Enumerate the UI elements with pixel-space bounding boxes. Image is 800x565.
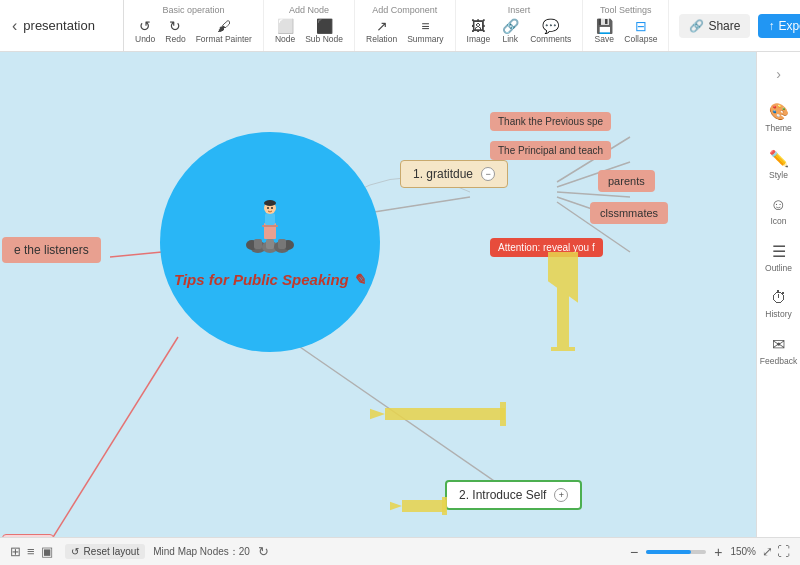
relation-button[interactable]: ↗ Relation	[363, 17, 400, 46]
undo-button[interactable]: ↺ Undo	[132, 17, 158, 46]
node-gratitude[interactable]: 1. gratitdue −	[400, 160, 508, 188]
sidebar-item-style[interactable]: ✏️ Style	[759, 143, 799, 186]
sidebar-item-outline[interactable]: ☰ Outline	[759, 236, 799, 279]
collapse-button[interactable]: ⊟ Collapse	[621, 17, 660, 46]
reset-label: Reset layout	[84, 546, 140, 557]
zoom-slider[interactable]	[646, 550, 706, 554]
sidebar-item-icon[interactable]: ☺ Icon	[759, 190, 799, 232]
redo-button[interactable]: ↻ Redo	[162, 17, 188, 46]
toolbar-left: ‹ presentation	[4, 0, 124, 51]
node-icon: ⬜	[277, 19, 294, 33]
node-parents[interactable]: parents	[598, 170, 655, 192]
svg-line-2	[50, 337, 178, 537]
panel-icon[interactable]: ▣	[41, 544, 53, 559]
format-painter-button[interactable]: 🖌 Format Painter	[193, 17, 255, 46]
node-listeners[interactable]: e the listeners	[2, 237, 101, 263]
link-button[interactable]: 🔗 Link	[497, 17, 523, 46]
node-introduce[interactable]: 2. Introduce Self +	[445, 480, 582, 510]
svg-point-21	[264, 200, 276, 206]
node-classmates[interactable]: clssmmates	[590, 202, 668, 224]
share-label: Share	[708, 19, 740, 33]
style-icon: ✏️	[769, 149, 789, 168]
reset-icon: ↺	[71, 546, 79, 557]
status-mid: ↺ Reset layout Mind Map Nodes：20 ↻	[65, 544, 616, 559]
introduce-collapse-button[interactable]: +	[554, 488, 568, 502]
fullscreen-icons: ⤢ ⛶	[762, 544, 790, 559]
feedback-icon: ✉	[772, 335, 785, 354]
image-icon: 🖼	[471, 19, 485, 33]
svg-rect-14	[254, 239, 262, 249]
sub-node-button[interactable]: ⬛ Sub Node	[302, 17, 346, 46]
status-icons: ⊞ ≡ ▣	[10, 544, 53, 559]
central-node[interactable]: Tips for Public Speaking ✎	[160, 132, 380, 352]
toolbar: ‹ presentation Basic operation ↺ Undo ↻ …	[0, 0, 800, 52]
group-add-component-label: Add Component	[372, 5, 437, 15]
node-classmates-label: clssmmates	[600, 207, 658, 219]
grid-icon[interactable]: ⊞	[10, 544, 21, 559]
svg-point-22	[267, 207, 269, 209]
comments-button[interactable]: 💬 Comments	[527, 17, 574, 46]
svg-rect-32	[442, 497, 447, 515]
list-icon[interactable]: ≡	[27, 544, 35, 559]
node-introduce-label: 2. Introduce Self	[459, 488, 546, 502]
icon-icon: ☺	[770, 196, 786, 214]
arrow-up-yellow	[548, 252, 578, 352]
node-button[interactable]: ⬜ Node	[272, 17, 298, 46]
arrow-introduce-left	[390, 492, 450, 520]
sidebar-item-feedback[interactable]: ✉ Feedback	[759, 329, 799, 372]
gratitude-collapse-button[interactable]: −	[481, 167, 495, 181]
toolbar-groups: Basic operation ↺ Undo ↻ Redo 🖌 Format P…	[124, 0, 669, 51]
svg-rect-29	[500, 402, 506, 426]
summary-label: Summary	[407, 34, 443, 44]
sidebar-item-history[interactable]: ⏱ History	[759, 283, 799, 325]
undo-icon: ↺	[139, 19, 151, 33]
summary-button[interactable]: ≡ Summary	[404, 17, 446, 46]
image-button[interactable]: 🖼 Image	[464, 17, 494, 46]
toolbar-right: 🔗 Share ↑ Export	[669, 0, 800, 51]
nodes-info: Mind Map Nodes：20	[153, 545, 250, 559]
svg-rect-26	[551, 347, 575, 351]
redo-label: Redo	[165, 34, 185, 44]
central-icon	[238, 195, 302, 267]
link-icon: 🔗	[502, 19, 519, 33]
save-button[interactable]: 💾 Save	[591, 17, 617, 46]
node-ation[interactable]: ation	[2, 534, 54, 537]
statusbar: ⊞ ≡ ▣ ↺ Reset layout Mind Map Nodes：20 ↻…	[0, 537, 800, 565]
zoom-minus-button[interactable]: −	[628, 544, 640, 560]
svg-rect-18	[262, 225, 278, 227]
zoom-slider-fill	[646, 550, 691, 554]
sub-node-icon: ⬛	[316, 19, 333, 33]
sidebar-collapse-handle[interactable]: ›	[759, 60, 799, 88]
fullscreen-icon[interactable]: ⤢	[762, 544, 773, 559]
svg-line-6	[557, 192, 630, 197]
back-button[interactable]: ‹	[12, 17, 17, 35]
outline-icon: ☰	[772, 242, 786, 261]
zoom-plus-button[interactable]: +	[712, 544, 724, 560]
node-principal[interactable]: The Principal and teach	[490, 141, 611, 160]
group-insert: Insert 🖼 Image 🔗 Link 💬 Comments	[456, 0, 584, 51]
reset-layout-button[interactable]: ↺ Reset layout	[65, 544, 146, 559]
share-button[interactable]: 🔗 Share	[679, 14, 750, 38]
theme-label: Theme	[765, 123, 791, 133]
relation-icon: ↗	[376, 19, 388, 33]
right-sidebar: › 🎨 Theme ✏️ Style ☺ Icon ☰ Outline ⏱ Hi…	[756, 52, 800, 537]
outline-label: Outline	[765, 263, 792, 273]
group-tool-label: Tool Settings	[600, 5, 652, 15]
format-painter-icon: 🖌	[217, 19, 231, 33]
mind-map-canvas[interactable]: Tips for Public Speaking ✎ e the listene…	[0, 52, 756, 537]
node-attention[interactable]: Attention: reveal you f	[490, 238, 603, 257]
node-parents-label: parents	[608, 175, 645, 187]
node-thank-prev[interactable]: Thank the Previous spe	[490, 112, 611, 131]
node-listeners-label: e the listeners	[14, 243, 89, 257]
summary-icon: ≡	[421, 19, 429, 33]
screen2-icon[interactable]: ⛶	[777, 544, 790, 559]
sidebar-item-theme[interactable]: 🎨 Theme	[759, 96, 799, 139]
group-tool-settings: Tool Settings 💾 Save ⊟ Collapse	[583, 0, 669, 51]
svg-rect-19	[265, 213, 275, 225]
group-basic-operation: Basic operation ↺ Undo ↻ Redo 🖌 Format P…	[124, 0, 264, 51]
export-button[interactable]: ↑ Export	[758, 14, 800, 38]
connections-svg	[0, 52, 756, 537]
group-add-node-label: Add Node	[289, 5, 329, 15]
refresh-icon[interactable]: ↻	[258, 544, 269, 559]
sub-node-label: Sub Node	[305, 34, 343, 44]
